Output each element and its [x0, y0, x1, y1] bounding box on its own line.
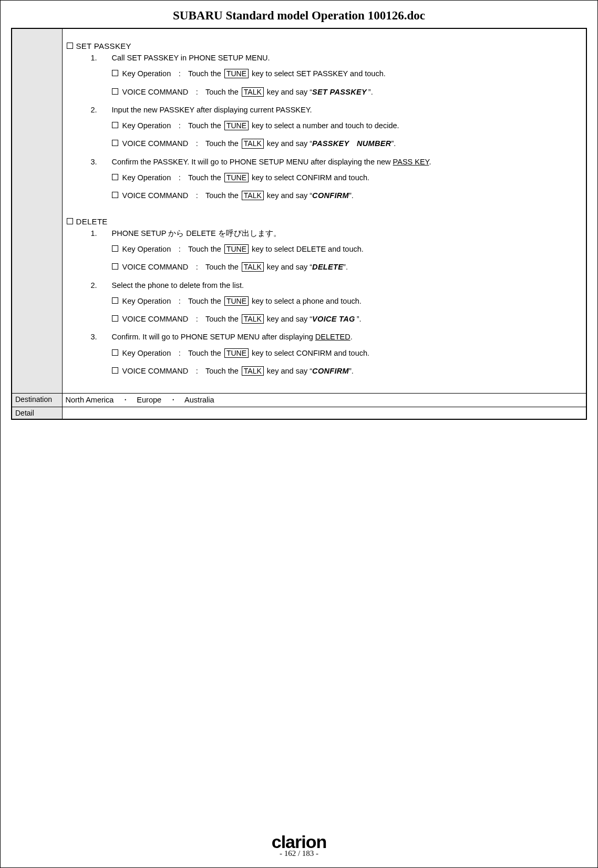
voice-command-line: VOICE COMMAND : Touch the TALK key and s… — [112, 87, 579, 97]
checkbox-icon — [112, 70, 118, 76]
checkbox-icon — [112, 245, 118, 252]
checkbox-icon — [112, 140, 118, 146]
tune-keycap: TUNE — [224, 121, 249, 130]
tune-keycap: TUNE — [224, 244, 249, 254]
talk-keycap: TALK — [242, 191, 264, 200]
step-row: 3. Confirm. It will go to PHONE SETUP ME… — [91, 332, 579, 342]
keyop-mid: key to select — [250, 69, 296, 78]
step-row: 1. PHONE SETUP から DELETE を呼び出します。 — [91, 228, 579, 239]
key-operation-line: Key Operation : Touch the TUNE key to se… — [112, 120, 579, 131]
voice-command-line: VOICE COMMAND : Touch the TALK key and s… — [112, 138, 579, 149]
step-row: 2. Select the phone to delete from the l… — [91, 280, 579, 291]
keyop-target: SET PASSKEY — [296, 69, 348, 78]
checkbox-icon — [112, 263, 118, 270]
checkbox-icon — [67, 43, 73, 49]
step-row: 3. Confirm the PASSKEY. It will go to PH… — [91, 157, 579, 167]
underlined-text: DELETED — [315, 333, 350, 341]
voice-command-line: VOICE COMMAND : Touch the TALK key and s… — [112, 262, 579, 272]
tune-keycap: TUNE — [224, 296, 249, 306]
step-number: 3. — [91, 332, 100, 342]
step-text: Input the new PASSKEY after displaying c… — [112, 105, 579, 115]
step-row: 2. Input the new PASSKEY after displayin… — [91, 105, 579, 115]
detail-value-cell — [62, 407, 586, 420]
key-operation-line: Key Operation : Touch the TUNE key to se… — [112, 172, 579, 183]
voice-phrase: PASSKEY NUMBER — [312, 139, 391, 148]
step-text: Select the phone to delete from the list… — [112, 280, 579, 291]
tune-keycap: TUNE — [224, 69, 249, 78]
voice-end: ”. — [368, 88, 373, 96]
keyop-target: a number — [296, 121, 328, 130]
talk-keycap: TALK — [242, 87, 264, 97]
talk-keycap: TALK — [242, 366, 264, 376]
voice-phrase: SET PASSKEY — [312, 88, 368, 96]
checkbox-icon — [67, 218, 73, 224]
underlined-text: PASS KEY — [393, 158, 429, 166]
detail-label-cell: Detail — [12, 407, 62, 420]
main-table: SET PASSKEY 1. Call SET PASSKEY in PHONE… — [11, 28, 587, 420]
checkbox-icon — [112, 315, 118, 322]
voice-command-line: VOICE COMMAND : Touch the TALK key and s… — [112, 366, 579, 376]
voice-prefix: VOICE COMMAND : Touch the — [122, 88, 241, 96]
checkbox-icon — [112, 122, 118, 128]
voice-command-line: VOICE COMMAND : Touch the TALK key and s… — [112, 190, 579, 201]
voice-phrase: CONFIRM — [312, 367, 349, 375]
step-number: 1. — [91, 228, 100, 239]
step-text: PHONE SETUP から DELETE を呼び出します。 — [112, 228, 579, 239]
voice-mid: key and say “ — [265, 88, 312, 96]
brand-logo: clarion — [11, 834, 587, 850]
key-operation-line: Key Operation : Touch the TUNE key to se… — [112, 244, 579, 254]
step-number: 1. — [91, 53, 100, 63]
tune-keycap: TUNE — [224, 348, 249, 358]
keyop-prefix: Key Operation : Touch the — [122, 69, 223, 78]
step-text: Confirm the PASSKEY. It will go to PHONE… — [112, 157, 579, 167]
keyop-target: a phone — [296, 297, 324, 305]
section-header: SET PASSKEY — [67, 40, 579, 51]
page-footer: clarion - 162 / 183 - — [11, 823, 587, 858]
keyop-target: DELETE — [296, 245, 326, 253]
step-number: 2. — [91, 280, 100, 291]
step-text: Confirm. It will go to PHONE SETUP MENU … — [112, 332, 579, 342]
step-list: 1. Call SET PASSKEY in PHONE SETUP MENU.… — [67, 53, 579, 201]
destination-value-cell: North America ・ Europe ・ Australia — [62, 394, 586, 407]
talk-keycap: TALK — [242, 139, 264, 148]
keyop-target: CONFIRM — [296, 349, 332, 357]
page-number: - 162 / 183 - — [11, 849, 587, 858]
page-frame: SUBARU Standard model Operation 100126.d… — [0, 0, 598, 868]
voice-command-line: VOICE COMMAND : Touch the TALK key and s… — [112, 314, 579, 324]
checkbox-icon — [112, 174, 118, 180]
tune-keycap: TUNE — [224, 173, 249, 182]
checkbox-icon — [112, 88, 118, 95]
side-cell-blank — [12, 28, 62, 394]
checkbox-icon — [112, 367, 118, 374]
key-operation-line: Key Operation : Touch the TUNE key to se… — [112, 68, 579, 79]
section-title: SET PASSKEY — [76, 40, 131, 51]
keyop-suffix: and touch. — [348, 69, 386, 78]
step-number: 3. — [91, 157, 100, 167]
voice-phrase: VOICE TAG — [312, 315, 357, 323]
destination-label-cell: Destination — [12, 394, 62, 407]
section-header: DELETE — [67, 216, 579, 227]
talk-keycap: TALK — [242, 314, 264, 324]
checkbox-icon — [112, 192, 118, 198]
key-operation-line: Key Operation : Touch the TUNE key to se… — [112, 296, 579, 306]
step-text: Call SET PASSKEY in PHONE SETUP MENU. — [112, 53, 579, 63]
step-number: 2. — [91, 105, 100, 115]
step-row: 1. Call SET PASSKEY in PHONE SETUP MENU. — [91, 53, 579, 63]
checkbox-icon — [112, 297, 118, 304]
voice-phrase: DELETE — [312, 263, 343, 271]
section-title: DELETE — [76, 216, 108, 227]
checkbox-icon — [112, 349, 118, 356]
key-operation-line: Key Operation : Touch the TUNE key to se… — [112, 348, 579, 358]
keyop-target: CONFIRM — [296, 173, 332, 182]
voice-phrase: CONFIRM — [312, 191, 349, 200]
content-cell: SET PASSKEY 1. Call SET PASSKEY in PHONE… — [62, 28, 586, 394]
step-list: 1. PHONE SETUP から DELETE を呼び出します。 Key Op… — [67, 228, 579, 377]
document-title: SUBARU Standard model Operation 100126.d… — [11, 9, 587, 23]
talk-keycap: TALK — [242, 262, 264, 272]
